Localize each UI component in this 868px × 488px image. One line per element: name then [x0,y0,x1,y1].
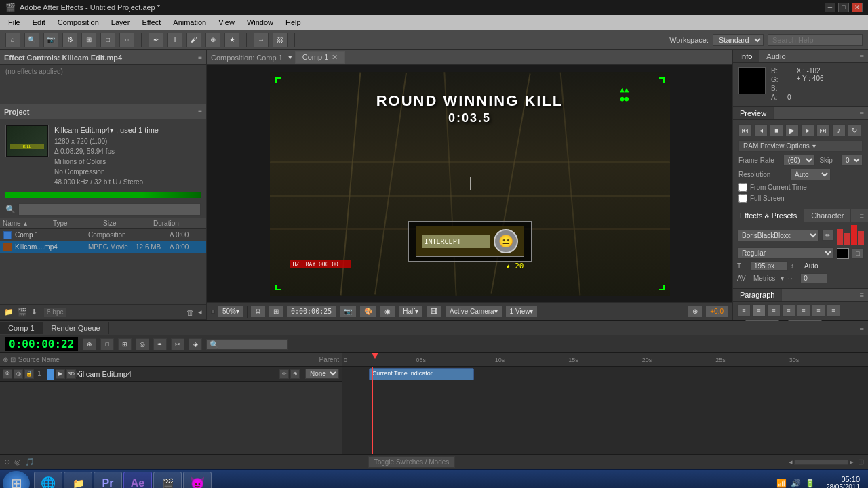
full-screen-checkbox[interactable] [738,194,747,203]
info-menu-btn[interactable]: ≡ [856,52,868,60]
comp-left-toggle[interactable] [211,310,215,314]
layer-anchor-btn[interactable]: ⊕ [290,369,300,379]
color-btn[interactable]: 🎨 [359,306,377,318]
tab-paragraph[interactable]: Paragraph [733,289,782,301]
view-display[interactable]: Active Camera▾ [445,306,502,318]
layer-solo-btn[interactable]: ◎ [14,369,23,379]
menu-edit[interactable]: Edit [27,17,51,28]
tl-tool3[interactable]: ⊞ [118,338,132,350]
font-select[interactable]: BorisBlackBloxx [737,230,819,241]
tray-volume[interactable]: 🔊 [791,479,801,488]
frame-rate-select[interactable]: (60) [783,155,816,166]
new-folder-icon[interactable]: 📁 [4,308,14,317]
resolution-select[interactable]: Auto [790,169,831,180]
file-row-comp1[interactable]: Comp 1 Composition Δ 0:00 [0,229,206,241]
tl-bottom-icon3[interactable]: 🎵 [25,458,35,466]
scroll-right-btn[interactable]: ▸ [850,458,854,466]
overlay-btn[interactable]: ◉ [380,306,395,318]
timeline-search-input[interactable] [206,339,288,350]
timeline-tab-render[interactable]: Render Queue [43,322,109,334]
menu-layer[interactable]: Layer [106,17,136,28]
camera-icon[interactable]: 📷 [339,306,357,318]
comp-tab-comp1[interactable]: Comp 1 ✕ [295,51,346,64]
project-search-bar[interactable]: 🔍 [5,203,201,216]
preview-menu-btn[interactable]: ≡ [856,109,868,117]
expand-tool[interactable]: ⊞ [81,33,96,47]
camera-tool[interactable]: 📷 [43,33,58,47]
font-style-select[interactable]: Regular [737,247,834,259]
scroll-track[interactable] [794,460,848,465]
prev-play-btn[interactable]: ▶ [785,124,799,136]
effect-controls-menu[interactable]: ≡ [198,54,202,61]
link-tool[interactable]: ⛓ [273,33,288,47]
tracking-input[interactable] [800,273,827,283]
taskbar-devil[interactable]: 😈 [183,472,212,489]
timeline-menu-btn[interactable]: ≡ [856,324,868,332]
tl-tool6[interactable]: ✂ [171,338,184,350]
views-display[interactable]: 1 View▾ [505,306,538,318]
justify-btn[interactable]: ≡ [782,304,795,317]
taskbar-explorer[interactable]: 📁 [64,472,92,489]
home-tool[interactable]: ⌂ [5,33,20,47]
track-clip-killcam[interactable]: Current Time Indicator [369,368,474,380]
font-pencil-btn[interactable]: ✏ [822,230,834,241]
font-color2-swatch[interactable]: □ [852,248,864,259]
render-btn[interactable]: 🎞 [426,306,442,318]
import-icon[interactable]: ⬇ [31,308,37,317]
scroll-left-btn[interactable]: ◂ [789,458,793,466]
tab-audio[interactable]: Audio [760,50,793,62]
close-button[interactable]: ✕ [852,3,863,12]
prev-stop-btn[interactable]: ■ [770,124,783,136]
comp-panel-menu[interactable]: ▾ [288,53,292,62]
tl-tool5[interactable]: ✒ [153,338,167,350]
font-color-swatch[interactable] [837,248,849,259]
brush-tool[interactable]: 🖌 [186,33,201,47]
skip-select[interactable]: 0 [841,155,863,166]
layer-parent-select[interactable]: None [305,369,339,379]
tl-bottom-icon2[interactable]: ◎ [14,458,21,466]
effects-menu-btn[interactable]: ≡ [856,211,868,220]
time-display[interactable]: 0:00:00:25 [286,306,336,318]
prev-loop-btn[interactable]: ↻ [848,124,861,136]
project-search-input[interactable] [18,203,201,216]
align-right-btn[interactable]: ≡ [767,304,781,317]
menu-view[interactable]: View [213,17,240,28]
tab-info[interactable]: Info [733,50,760,62]
render-icon[interactable]: 🗑 [186,308,194,317]
taskbar-premiere[interactable]: Pr [94,472,122,489]
prev-last-btn[interactable]: ⏭ [816,124,830,136]
grid-btn[interactable]: ⊞ [269,306,283,318]
taskbar-media[interactable]: 🎬 [153,472,182,489]
toggle-switches-label[interactable]: Toggle Switches / Modes [368,456,456,468]
tray-network[interactable]: 📶 [776,479,787,488]
timeline-time-display[interactable]: 0:00:00:22 [4,336,79,352]
justify-full-btn[interactable]: ≡ [827,304,840,317]
rect-tool[interactable]: □ [100,33,115,47]
tl-tool1[interactable]: ⊕ [83,338,96,350]
text-tool[interactable]: T [167,33,182,47]
taskbar-ae[interactable]: Ae [123,472,152,489]
taskbar-clock[interactable]: 05:10 28/05/2011 [821,475,865,488]
layer-expand-btn[interactable]: ▶ [56,369,65,379]
menu-composition[interactable]: Composition [52,17,104,28]
layer-3d-btn[interactable]: 3D [66,369,76,379]
para-menu-btn[interactable]: ≡ [856,291,868,299]
settings-icon[interactable]: ◂ [198,308,202,317]
font-size-input[interactable] [751,261,788,271]
puppet-tool[interactable]: ★ [224,33,239,47]
stamp-tool[interactable]: ⊕ [205,33,220,47]
new-comp-icon[interactable]: 🎬 [18,308,27,317]
comp-options-btn[interactable]: ⚙ [250,306,266,318]
comp-tab-close-btn[interactable]: ✕ [332,53,338,61]
titlebar-buttons[interactable]: ─ □ ✕ [825,3,863,12]
tl-tool2[interactable]: □ [100,338,114,350]
offset-display[interactable]: +0.0 [705,306,728,318]
align-left-btn[interactable]: ≡ [737,304,751,317]
tl-bottom-icon1[interactable]: ⊕ [4,458,10,466]
quality-display[interactable]: Half▾ [398,306,423,318]
timeline-tab-comp1[interactable]: Comp 1 [0,322,43,334]
taskbar-ie[interactable]: 🌐 [34,472,62,489]
ellipse-tool[interactable]: ○ [119,33,134,47]
snap-btn[interactable]: ⊕ [688,306,703,318]
tl-expand-btn[interactable]: ⊞ [858,458,864,466]
